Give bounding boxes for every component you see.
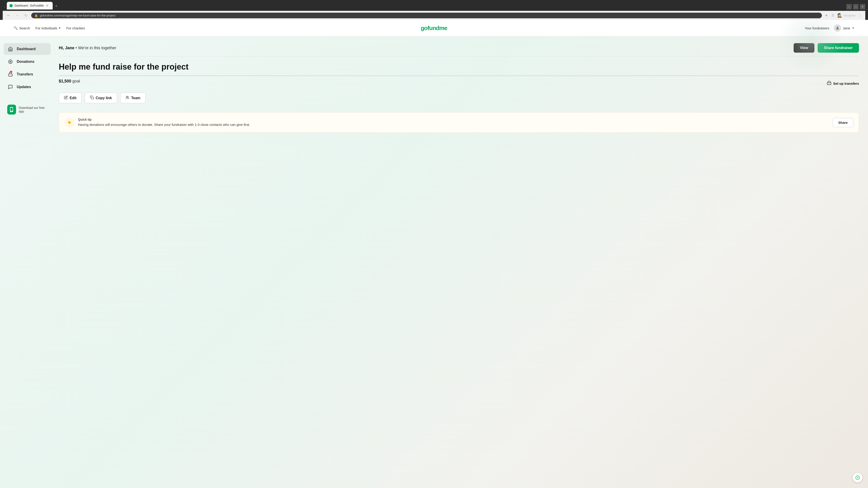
progress-bar-container xyxy=(59,75,859,76)
sidebar-item-transfers[interactable]: Transfers xyxy=(4,68,51,80)
logo-area[interactable]: gofundme xyxy=(421,25,447,32)
tab-nav-arrow[interactable]: ‹ xyxy=(3,4,6,9)
quick-tip-card: Quick tip Having donations will encourag… xyxy=(59,112,859,133)
your-fundraisers-link[interactable]: Your fundraisers xyxy=(805,26,829,30)
search-icon: 🔍 xyxy=(13,26,18,30)
for-individuals-link[interactable]: For individuals ▼ xyxy=(35,26,61,30)
home-icon xyxy=(7,46,13,52)
fundraiser-section: Help me fund raise for the project $1,50… xyxy=(59,62,859,103)
quick-tip-text: Having donations will encourage others t… xyxy=(78,122,829,127)
svg-point-1 xyxy=(8,60,12,64)
svg-point-7 xyxy=(126,96,128,97)
extensions-icon[interactable]: ☰ xyxy=(831,13,835,18)
sidebar: Dashboard Donations Transfers Updat xyxy=(0,36,54,488)
dashboard-header: Hi, Jane • We're in this together View S… xyxy=(59,43,859,57)
share-tip-button[interactable]: Share xyxy=(833,118,853,127)
incognito-indicator: 🕵 Incognito xyxy=(837,13,856,18)
maximize-button[interactable]: □ xyxy=(853,4,859,9)
reload-button[interactable]: ↻ xyxy=(23,12,29,19)
chat-widget[interactable] xyxy=(852,473,863,483)
search-label: Search xyxy=(19,26,30,30)
user-menu[interactable]: Jane ▼ xyxy=(834,24,855,32)
sidebar-donations-label: Donations xyxy=(17,60,34,64)
svg-point-8 xyxy=(128,97,129,97)
search-link[interactable]: 🔍 Search xyxy=(13,26,30,30)
back-button[interactable]: ← xyxy=(5,12,12,19)
tab-favicon xyxy=(9,4,13,7)
forward-button[interactable]: → xyxy=(14,12,20,19)
svg-marker-9 xyxy=(68,121,71,125)
svg-rect-6 xyxy=(92,97,94,99)
team-icon xyxy=(125,96,129,100)
sidebar-updates-label: Updates xyxy=(17,85,31,89)
tab-close-button[interactable]: ✕ xyxy=(45,3,49,8)
edit-icon xyxy=(64,96,68,100)
lightning-icon xyxy=(64,118,74,127)
for-individuals-label: For individuals xyxy=(35,26,57,30)
new-tab-button[interactable]: + xyxy=(53,3,59,9)
download-app-label: Download our free app xyxy=(19,106,47,113)
address-bar[interactable]: 🔒 gofundme.com/manage/help-me-fund-raise… xyxy=(31,13,822,18)
close-window-button[interactable]: ✕ xyxy=(860,4,865,9)
copy-icon xyxy=(90,96,94,100)
updates-icon xyxy=(7,84,13,90)
minimize-button[interactable]: – xyxy=(846,4,852,9)
app-store-icon xyxy=(7,105,16,115)
setup-transfers-link[interactable]: Set up transfers xyxy=(827,81,859,86)
quick-tip-label: Quick tip xyxy=(78,118,829,121)
copy-link-button[interactable]: Copy link xyxy=(85,93,117,103)
main-content: Hi, Jane • We're in this together View S… xyxy=(54,36,868,488)
quick-tip-content: Quick tip Having donations will encourag… xyxy=(78,118,829,127)
svg-point-2 xyxy=(10,61,11,62)
url-text: gofundme.com/manage/help-me-fund-raise-f… xyxy=(40,14,819,17)
for-charities-label: For charities xyxy=(66,26,85,30)
action-buttons: Edit Copy link Team xyxy=(59,93,859,103)
user-avatar xyxy=(834,24,841,32)
sidebar-item-donations[interactable]: Donations xyxy=(4,56,51,68)
donations-icon xyxy=(7,59,13,65)
fundraiser-title: Help me fund raise for the project xyxy=(59,62,859,72)
bank-icon xyxy=(827,81,831,86)
view-button[interactable]: View xyxy=(794,43,814,53)
tab-title: Dashboard - GoFundMe xyxy=(14,4,43,7)
site-header: 🔍 Search For individuals ▼ For charities… xyxy=(0,20,868,36)
sidebar-transfers-label: Transfers xyxy=(17,72,33,76)
svg-point-11 xyxy=(857,477,858,478)
svg-rect-3 xyxy=(8,74,12,76)
sidebar-item-updates[interactable]: Updates xyxy=(4,81,51,93)
for-charities-link[interactable]: For charities xyxy=(66,26,85,30)
transfers-badge xyxy=(10,71,12,73)
user-menu-chevron-icon: ▼ xyxy=(852,27,855,29)
share-fundraiser-button[interactable]: Share fundraiser xyxy=(817,43,859,53)
for-individuals-chevron-icon: ▼ xyxy=(58,27,61,29)
edit-button[interactable]: Edit xyxy=(59,93,82,103)
browser-chrome: ‹ Dashboard - GoFundMe ✕ + – □ ✕ ← → ↻ 🔒… xyxy=(0,0,868,20)
browser-menu-icon[interactable]: ⋮ xyxy=(858,13,863,18)
team-button[interactable]: Team xyxy=(120,93,146,103)
sidebar-dashboard-label: Dashboard xyxy=(17,47,36,51)
header-actions: View Share fundraiser xyxy=(794,43,859,53)
user-name-label: Jane xyxy=(843,26,850,30)
goal-label: goal xyxy=(72,79,80,84)
goal-amount: $1,500 xyxy=(59,79,71,84)
site-logo: gofundme xyxy=(421,25,447,32)
svg-point-0 xyxy=(837,27,838,28)
sidebar-item-dashboard[interactable]: Dashboard xyxy=(4,43,51,55)
greeting-separator: • xyxy=(75,46,78,50)
greeting-text: Hi, Jane • We're in this together xyxy=(59,46,116,51)
active-tab[interactable]: Dashboard - GoFundMe ✕ xyxy=(7,2,53,9)
download-app-section[interactable]: Download our free app xyxy=(4,102,51,117)
bookmark-icon[interactable]: ★ xyxy=(824,13,829,18)
goal-text: $1,500 goal xyxy=(59,79,80,84)
